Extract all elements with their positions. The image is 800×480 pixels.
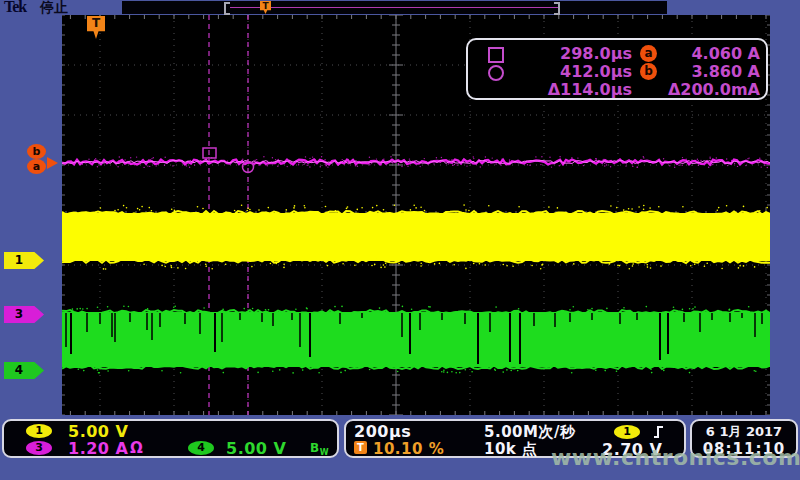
- cursor-delta-time: Δ114.0µs: [512, 80, 632, 99]
- record-window-line: [230, 7, 558, 8]
- cursor-readout-box: 298.0µs 412.0µs Δ114.0µs a b 4.060 A 3.8…: [466, 38, 768, 100]
- record-length: 10k 点: [484, 440, 538, 459]
- ch1-ground-marker: 1: [4, 252, 44, 269]
- cursor-a-value: 4.060 A: [658, 44, 760, 63]
- record-window-right-bracket: [554, 2, 560, 15]
- oscilloscope-screen: Tek 停止 T T b a 1 3 4 298.0µs 412.0µs Δ11…: [0, 0, 800, 480]
- trigger-position-badge: T: [354, 441, 367, 454]
- cursor-a-badge: a: [640, 45, 657, 62]
- ch1-badge: 1: [26, 424, 52, 438]
- cursor-delta-value: Δ200.0mA: [658, 80, 760, 99]
- channel-scales-box: 1 5.00 V 3 1.20 A Ω 4 5.00 V BW: [2, 419, 339, 458]
- trigger-position: 10.10 %: [373, 440, 444, 458]
- date-display: 6 1月 2017: [692, 423, 796, 441]
- watermark: www.cntronics.com: [551, 445, 800, 470]
- ch3-impedance: Ω: [130, 439, 143, 457]
- cursor-a-time: 298.0µs: [512, 44, 632, 63]
- cursor-b-value: 3.860 A: [658, 62, 760, 81]
- ch4-ground-marker: 4: [4, 362, 44, 379]
- tek-logo: Tek: [4, 0, 26, 16]
- timebase: 200µs: [354, 422, 411, 441]
- ch4-bandwidth-icon: BW: [310, 441, 329, 457]
- record-window-left-bracket: [224, 2, 230, 15]
- ch4-badge: 4: [188, 441, 214, 455]
- cursor-b-time: 412.0µs: [512, 62, 632, 81]
- rising-edge-icon: [652, 424, 666, 440]
- cursor-b-badge: b: [640, 63, 657, 80]
- cursor-a-marker: a: [27, 159, 46, 174]
- cursor-arrow-icon: [47, 157, 58, 169]
- cursor-b-marker: b: [27, 144, 46, 159]
- record-view-bar: T: [122, 1, 667, 14]
- ch3-ground-marker: 3: [4, 306, 44, 323]
- circle-cursor-icon: [488, 65, 504, 81]
- top-bar: Tek 停止 T: [0, 0, 800, 15]
- ch3-badge: 3: [26, 441, 52, 455]
- trigger-source-badge: 1: [614, 425, 640, 439]
- square-cursor-icon: [488, 47, 504, 63]
- ch3-scale: 1.20 A: [68, 439, 128, 458]
- record-trigger-icon: T: [260, 1, 271, 14]
- ch4-scale: 5.00 V: [226, 439, 286, 458]
